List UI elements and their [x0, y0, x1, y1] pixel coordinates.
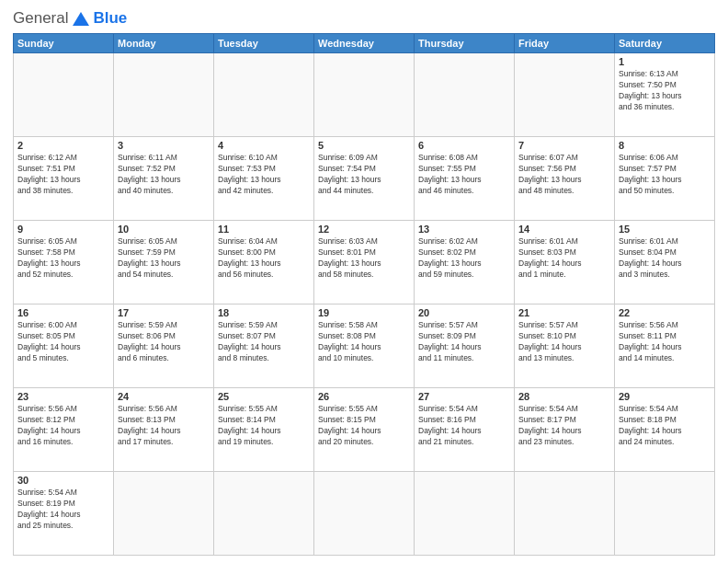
- calendar-cell: 10Sunrise: 6:05 AM Sunset: 7:59 PM Dayli…: [114, 221, 214, 304]
- weekday-header-thursday: Thursday: [415, 34, 515, 53]
- day-info: Sunrise: 5:56 AM Sunset: 8:11 PM Dayligh…: [619, 320, 711, 364]
- weekday-header-saturday: Saturday: [615, 34, 715, 53]
- day-number: 13: [418, 224, 510, 235]
- calendar-cell: 9Sunrise: 6:05 AM Sunset: 7:58 PM Daylig…: [14, 221, 114, 304]
- calendar-cell: 24Sunrise: 5:56 AM Sunset: 8:13 PM Dayli…: [114, 388, 214, 472]
- calendar-cell: 14Sunrise: 6:01 AM Sunset: 8:03 PM Dayli…: [515, 221, 615, 304]
- calendar-cell: 27Sunrise: 5:54 AM Sunset: 8:16 PM Dayli…: [415, 388, 515, 472]
- day-number: 15: [619, 224, 711, 235]
- day-number: 10: [118, 224, 210, 235]
- calendar-cell: 13Sunrise: 6:02 AM Sunset: 8:02 PM Dayli…: [415, 221, 515, 304]
- day-info: Sunrise: 6:00 AM Sunset: 8:05 PM Dayligh…: [17, 320, 109, 364]
- calendar-cell: 3Sunrise: 6:11 AM Sunset: 7:52 PM Daylig…: [114, 137, 214, 221]
- weekday-header-wednesday: Wednesday: [314, 34, 415, 53]
- day-info: Sunrise: 5:56 AM Sunset: 8:13 PM Dayligh…: [118, 404, 210, 448]
- calendar-cell: 2Sunrise: 6:12 AM Sunset: 7:51 PM Daylig…: [14, 137, 114, 221]
- calendar-cell: 28Sunrise: 5:54 AM Sunset: 8:17 PM Dayli…: [515, 388, 615, 472]
- day-number: 3: [118, 140, 210, 151]
- calendar-cell: 19Sunrise: 5:58 AM Sunset: 8:08 PM Dayli…: [314, 304, 415, 388]
- day-number: 16: [17, 307, 109, 318]
- day-number: 20: [418, 307, 510, 318]
- day-number: 19: [318, 307, 410, 318]
- calendar-cell: [214, 472, 314, 556]
- day-info: Sunrise: 5:54 AM Sunset: 8:19 PM Dayligh…: [17, 488, 109, 532]
- calendar-row-3: 16Sunrise: 6:00 AM Sunset: 8:05 PM Dayli…: [14, 304, 715, 388]
- day-info: Sunrise: 6:09 AM Sunset: 7:54 PM Dayligh…: [318, 153, 410, 197]
- logo-area: General Blue: [13, 9, 127, 28]
- calendar-cell: [214, 53, 314, 137]
- calendar-cell: [314, 472, 415, 556]
- calendar-cell: 30Sunrise: 5:54 AM Sunset: 8:19 PM Dayli…: [14, 472, 114, 556]
- day-number: 8: [619, 140, 711, 151]
- day-number: 14: [518, 224, 610, 235]
- calendar-cell: [114, 53, 214, 137]
- calendar-cell: 17Sunrise: 5:59 AM Sunset: 8:06 PM Dayli…: [114, 304, 214, 388]
- day-info: Sunrise: 5:59 AM Sunset: 8:07 PM Dayligh…: [218, 320, 310, 364]
- logo: General Blue: [13, 9, 127, 28]
- calendar-cell: 25Sunrise: 5:55 AM Sunset: 8:14 PM Dayli…: [214, 388, 314, 472]
- day-number: 5: [318, 140, 410, 151]
- calendar-cell: 18Sunrise: 5:59 AM Sunset: 8:07 PM Dayli…: [214, 304, 314, 388]
- calendar-cell: [114, 472, 214, 556]
- day-number: 1: [619, 56, 711, 67]
- calendar-cell: 21Sunrise: 5:57 AM Sunset: 8:10 PM Dayli…: [515, 304, 615, 388]
- day-info: Sunrise: 6:11 AM Sunset: 7:52 PM Dayligh…: [118, 153, 210, 197]
- day-number: 7: [518, 140, 610, 151]
- day-info: Sunrise: 5:54 AM Sunset: 8:17 PM Dayligh…: [518, 404, 610, 448]
- day-number: 6: [418, 140, 510, 151]
- calendar-cell: [515, 472, 615, 556]
- logo-blue-text: Blue: [93, 9, 127, 28]
- day-info: Sunrise: 6:06 AM Sunset: 7:57 PM Dayligh…: [619, 153, 711, 197]
- calendar-cell: [515, 53, 615, 137]
- calendar-cell: 4Sunrise: 6:10 AM Sunset: 7:53 PM Daylig…: [214, 137, 314, 221]
- day-info: Sunrise: 5:56 AM Sunset: 8:12 PM Dayligh…: [17, 404, 109, 448]
- calendar-cell: 15Sunrise: 6:01 AM Sunset: 8:04 PM Dayli…: [615, 221, 715, 304]
- day-info: Sunrise: 6:05 AM Sunset: 7:58 PM Dayligh…: [17, 236, 109, 281]
- day-info: Sunrise: 5:59 AM Sunset: 8:06 PM Dayligh…: [118, 320, 210, 364]
- day-number: 25: [218, 391, 310, 402]
- day-info: Sunrise: 6:07 AM Sunset: 7:56 PM Dayligh…: [518, 153, 610, 197]
- calendar-cell: [615, 472, 715, 556]
- calendar-cell: 16Sunrise: 6:00 AM Sunset: 8:05 PM Dayli…: [14, 304, 114, 388]
- day-number: 11: [218, 224, 310, 235]
- calendar-row-0: 1Sunrise: 6:13 AM Sunset: 7:50 PM Daylig…: [14, 53, 715, 137]
- day-number: 22: [619, 307, 711, 318]
- calendar-row-1: 2Sunrise: 6:12 AM Sunset: 7:51 PM Daylig…: [14, 137, 715, 221]
- calendar-cell: [14, 53, 114, 137]
- calendar-row-5: 30Sunrise: 5:54 AM Sunset: 8:19 PM Dayli…: [14, 472, 715, 556]
- day-info: Sunrise: 5:57 AM Sunset: 8:10 PM Dayligh…: [518, 320, 610, 364]
- calendar-cell: 23Sunrise: 5:56 AM Sunset: 8:12 PM Dayli…: [14, 388, 114, 472]
- day-info: Sunrise: 6:01 AM Sunset: 8:03 PM Dayligh…: [518, 236, 610, 281]
- weekday-header-row: SundayMondayTuesdayWednesdayThursdayFrid…: [14, 34, 715, 53]
- calendar-cell: 5Sunrise: 6:09 AM Sunset: 7:54 PM Daylig…: [314, 137, 415, 221]
- calendar-cell: 12Sunrise: 6:03 AM Sunset: 8:01 PM Dayli…: [314, 221, 415, 304]
- day-number: 21: [518, 307, 610, 318]
- calendar-cell: 11Sunrise: 6:04 AM Sunset: 8:00 PM Dayli…: [214, 221, 314, 304]
- day-number: 27: [418, 391, 510, 402]
- day-info: Sunrise: 6:13 AM Sunset: 7:50 PM Dayligh…: [619, 69, 711, 113]
- calendar-cell: 22Sunrise: 5:56 AM Sunset: 8:11 PM Dayli…: [615, 304, 715, 388]
- day-info: Sunrise: 6:01 AM Sunset: 8:04 PM Dayligh…: [619, 236, 711, 281]
- calendar-cell: 7Sunrise: 6:07 AM Sunset: 7:56 PM Daylig…: [515, 137, 615, 221]
- calendar-row-2: 9Sunrise: 6:05 AM Sunset: 7:58 PM Daylig…: [14, 221, 715, 304]
- day-info: Sunrise: 6:02 AM Sunset: 8:02 PM Dayligh…: [418, 236, 510, 281]
- calendar-cell: 20Sunrise: 5:57 AM Sunset: 8:09 PM Dayli…: [415, 304, 515, 388]
- day-info: Sunrise: 5:54 AM Sunset: 8:16 PM Dayligh…: [418, 404, 510, 448]
- calendar-cell: 1Sunrise: 6:13 AM Sunset: 7:50 PM Daylig…: [615, 53, 715, 137]
- day-info: Sunrise: 5:54 AM Sunset: 8:18 PM Dayligh…: [619, 404, 711, 448]
- day-number: 23: [17, 391, 109, 402]
- day-number: 2: [17, 140, 109, 151]
- day-number: 4: [218, 140, 310, 151]
- day-info: Sunrise: 6:03 AM Sunset: 8:01 PM Dayligh…: [318, 236, 410, 281]
- day-info: Sunrise: 5:57 AM Sunset: 8:09 PM Dayligh…: [418, 320, 510, 364]
- day-number: 29: [619, 391, 711, 402]
- weekday-header-tuesday: Tuesday: [214, 34, 314, 53]
- day-info: Sunrise: 6:05 AM Sunset: 7:59 PM Dayligh…: [118, 236, 210, 281]
- day-info: Sunrise: 5:58 AM Sunset: 8:08 PM Dayligh…: [318, 320, 410, 364]
- calendar-cell: [314, 53, 415, 137]
- header: General Blue: [13, 9, 715, 28]
- day-number: 30: [17, 475, 109, 486]
- day-number: 24: [118, 391, 210, 402]
- day-number: 12: [318, 224, 410, 235]
- logo-general-text: General: [13, 9, 68, 28]
